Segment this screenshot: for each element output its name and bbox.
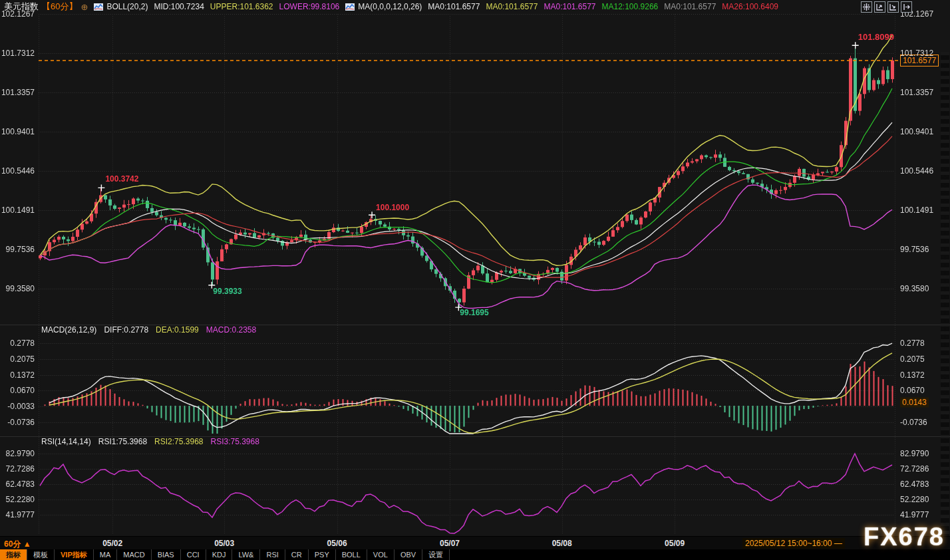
axis-tick-label: 100.5446	[900, 166, 933, 176]
ma-value-2: MA0:101.6577	[486, 2, 538, 11]
axis-tick-label: 82.9790	[6, 449, 35, 458]
rsi-name: RSI(14,14,14)	[41, 437, 91, 446]
menu-item-boll[interactable]: BOLL	[336, 549, 367, 560]
menu-item-settings[interactable]: 设置	[422, 549, 450, 560]
chart-canvas[interactable]	[0, 0, 950, 560]
boll-upper-value: UPPER:101.6362	[210, 2, 273, 11]
menu-item-kdj[interactable]: KDJ	[206, 549, 233, 560]
interval-badge[interactable]: 【60分】	[42, 1, 77, 13]
axis-tick-label: 0.1372	[10, 370, 35, 380]
axis-tick-label: 99.7536	[900, 245, 929, 254]
axis-tick-label: 0.0670	[10, 386, 35, 395]
axis-tick-label: 101.7312	[900, 49, 933, 58]
macd-header: MACD(26,12,9) DIFF:0.2778 DEA:0.1599 MAC…	[41, 325, 256, 335]
bar-time-range: 2025/05/12 15:00~16:00 —	[742, 538, 845, 549]
axis-tick-label: 100.1491	[900, 206, 933, 215]
axis-tick-label: 82.9790	[900, 449, 929, 458]
axis-tick-label: -0.0736	[900, 418, 927, 427]
menu-item-psy[interactable]: PSY	[309, 549, 336, 560]
menu-item-lwr[interactable]: LW&	[232, 549, 260, 560]
boll-lower-value: LOWER:99.8106	[279, 2, 340, 11]
indicator-header: 美元指数 【60分】 ⊕ BOLL(20,2) MID:100.7234 UPP…	[4, 0, 778, 13]
date-tick-label: 05/06	[327, 539, 347, 548]
rsi-header: RSI(14,14,14) RSI1:75.3968 RSI2:75.3968 …	[41, 437, 259, 446]
move-tool-icon[interactable]	[861, 1, 872, 13]
boll-mid-value: MID:100.7234	[154, 2, 204, 11]
axis-tick-label: 100.9401	[900, 127, 933, 136]
menu-item-indicators[interactable]: 指标	[0, 549, 27, 560]
ma-value-1: MA0:101.6577	[428, 2, 480, 11]
axis-tick-label: 101.3357	[900, 88, 933, 97]
axis-tick-label: 52.2280	[900, 495, 929, 504]
price-annotation: 99.1695	[460, 308, 488, 317]
scrollbar[interactable]	[941, 52, 949, 548]
macd-diff: DIFF:0.2778	[104, 325, 148, 335]
boll-name: BOLL(20,2)	[106, 2, 148, 11]
axis-tick-label: 100.9401	[1, 127, 35, 136]
menu-item-macd[interactable]: MACD	[117, 549, 151, 560]
date-tick-label: 05/03	[214, 539, 234, 548]
menu-item-ma[interactable]: MA	[94, 549, 118, 560]
menu-item-cr[interactable]: CR	[285, 549, 309, 560]
axis-tick-label: 100.5446	[1, 166, 35, 176]
menu-item-cci[interactable]: CCI	[181, 549, 206, 560]
ma-name: MA(0,0,0,12,0,26)	[358, 2, 422, 11]
zoom-in-axis-icon[interactable]	[874, 1, 885, 13]
axis-tick-label: 99.3580	[6, 284, 35, 293]
ma12-value: MA12:100.9266	[602, 2, 659, 11]
axis-tick-label: 0.2778	[10, 339, 35, 348]
menu-item-rsi[interactable]: RSI	[260, 549, 285, 560]
axis-tick-label: 62.4783	[6, 480, 35, 489]
rsi1: RSI1:75.3968	[98, 437, 147, 446]
menu-item-obv[interactable]: OBV	[395, 549, 422, 560]
macd-value: MACD:0.2358	[206, 325, 256, 335]
circle-plus-icon[interactable]: ⊕	[80, 2, 88, 12]
axis-tick-label: 0.2778	[900, 339, 925, 348]
chart-toolbar	[861, 1, 912, 13]
axis-tick-label: 101.7312	[1, 49, 35, 58]
price-annotation: 99.3933	[213, 287, 241, 296]
axis-tick-label: 0.0670	[900, 386, 925, 395]
time-axis: 60分 ▲ 2025/05/12 15:00~16:00 — 05/0205/0…	[0, 536, 950, 550]
axis-tick-label: 99.3580	[900, 284, 929, 293]
axis-tick-label: -0.0736	[7, 418, 35, 427]
menu-item-vip-indicators[interactable]: VIP指标	[55, 549, 94, 560]
chart-app: 美元指数 【60分】 ⊕ BOLL(20,2) MID:100.7234 UPP…	[0, 0, 950, 560]
pan-right-icon[interactable]	[901, 1, 912, 13]
date-tick-label: 05/02	[102, 539, 122, 548]
axis-tick-label: 0.2075	[10, 354, 35, 364]
date-tick-label: 05/09	[665, 539, 685, 548]
price-annotation: 101.8099	[858, 32, 894, 42]
axis-tick-label: 72.7286	[900, 464, 929, 474]
symbol-title: 美元指数	[4, 1, 39, 13]
axis-tick-label: 41.9777	[6, 510, 35, 519]
menu-item-vol[interactable]: VOL	[367, 549, 395, 560]
ma26-value: MA26:100.6409	[722, 2, 778, 11]
menu-item-bias[interactable]: BIAS	[152, 549, 181, 560]
left-axis: 102.1267101.7312101.3357100.9401100.5446…	[0, 0, 37, 560]
axis-tick-label: 72.7286	[6, 464, 35, 474]
bottom-menu: 指标模板VIP指标MAMACDBIASCCIKDJLW&RSICRPSYBOLL…	[0, 549, 950, 560]
date-tick-label: 05/08	[552, 539, 572, 548]
boll-indicator-icon[interactable]	[94, 3, 103, 11]
axis-tick-label: 101.3357	[1, 88, 35, 97]
axis-tick-label: 0.2075	[900, 354, 925, 364]
axis-tick-label: 100.1491	[1, 206, 35, 215]
rsi3: RSI3:75.3968	[211, 437, 259, 446]
axis-tick-label: 99.7536	[6, 245, 35, 254]
macd-name: MACD(26,12,9)	[41, 325, 96, 335]
axis-tick-label: -0.0033	[7, 402, 35, 411]
zoom-out-axis-icon[interactable]	[887, 1, 899, 13]
rsi2: RSI2:75.3968	[154, 437, 203, 446]
interval-selector[interactable]: 60分 ▲	[4, 539, 31, 550]
menu-item-template[interactable]: 模板	[27, 549, 55, 560]
price-annotation: 100.1000	[376, 203, 409, 212]
macd-dea: DEA:0.1599	[156, 325, 199, 335]
date-tick-label: 05/07	[440, 539, 460, 548]
right-axis: 101.6577 0.0143 102.1267101.7312101.3357…	[898, 0, 941, 560]
fx678-logo: FX678	[864, 523, 945, 551]
ma-value-5: MA0:101.6577	[664, 2, 716, 11]
axis-tick-label: 41.9777	[900, 510, 929, 519]
axis-tick-label: 52.2280	[6, 495, 35, 504]
ma-indicator-icon[interactable]	[345, 3, 355, 11]
